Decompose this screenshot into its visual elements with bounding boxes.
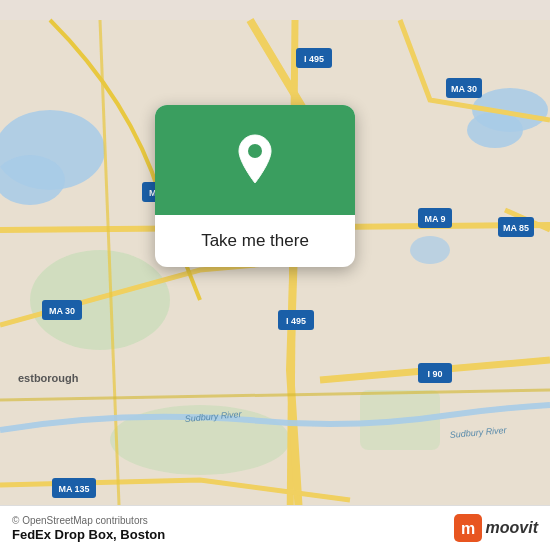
svg-text:MA 85: MA 85 [503, 223, 529, 233]
svg-text:MA 135: MA 135 [58, 484, 89, 494]
popup-green-area [155, 105, 355, 215]
bottom-left-info: © OpenStreetMap contributors FedEx Drop … [12, 515, 165, 542]
svg-text:MA 30: MA 30 [49, 306, 75, 316]
popup-card: Take me there [155, 105, 355, 267]
place-name: FedEx Drop Box, Boston [12, 527, 165, 542]
popup-button-area[interactable]: Take me there [155, 215, 355, 267]
attribution-text: © OpenStreetMap contributors [12, 515, 165, 526]
svg-text:I 495: I 495 [286, 316, 306, 326]
svg-point-5 [410, 236, 450, 264]
svg-point-4 [467, 112, 523, 148]
map-background: I 495 MA 30 MA MA 9 MA 85 MA 30 I 495 I … [0, 0, 550, 550]
svg-text:MA 30: MA 30 [451, 84, 477, 94]
moovit-logo: m moovit [454, 514, 538, 542]
moovit-brand-icon: m [454, 514, 482, 542]
bottom-bar: © OpenStreetMap contributors FedEx Drop … [0, 505, 550, 550]
svg-text:MA 9: MA 9 [424, 214, 445, 224]
svg-text:I 495: I 495 [304, 54, 324, 64]
take-me-there-button[interactable]: Take me there [201, 227, 309, 255]
map-container: I 495 MA 30 MA MA 9 MA 85 MA 30 I 495 I … [0, 0, 550, 550]
svg-text:I 90: I 90 [427, 369, 442, 379]
svg-text:estborough: estborough [18, 372, 79, 384]
svg-point-30 [248, 144, 262, 158]
svg-text:m: m [460, 520, 474, 537]
location-pin-icon [233, 133, 277, 187]
moovit-brand-label: moovit [486, 519, 538, 537]
